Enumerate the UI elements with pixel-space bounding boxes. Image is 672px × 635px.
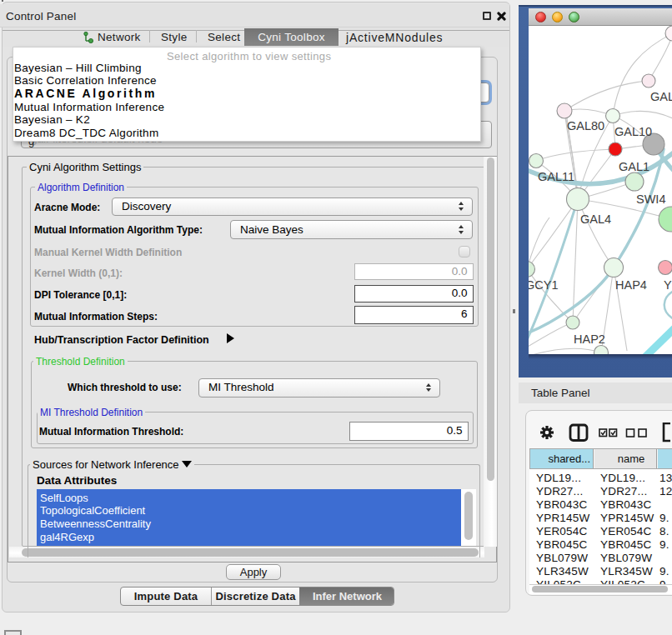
svg-text:GAL1: GAL1 xyxy=(619,160,649,173)
svg-text:HAP4: HAP4 xyxy=(615,278,647,292)
svg-text:GAL11: GAL11 xyxy=(538,170,574,183)
svg-text:SWI4: SWI4 xyxy=(636,192,665,206)
svg-text:GCY1: GCY1 xyxy=(529,278,559,292)
svg-text:HAP2: HAP2 xyxy=(574,332,605,346)
svg-text:GAL4: GAL4 xyxy=(580,212,611,226)
svg-text:Y: Y xyxy=(664,278,672,292)
svg-text:GAL7: GAL7 xyxy=(650,90,672,103)
svg-text:GAL80: GAL80 xyxy=(567,119,604,132)
svg-text:GAL10: GAL10 xyxy=(614,125,652,138)
